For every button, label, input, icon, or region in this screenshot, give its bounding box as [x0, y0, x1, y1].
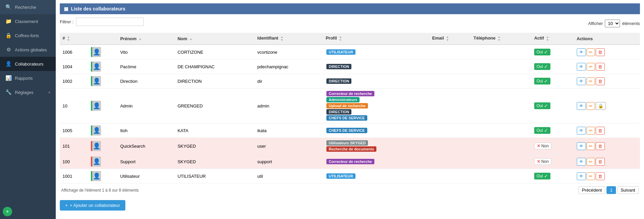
profile-badge: UTILISATEUR — [326, 173, 355, 179]
delete-button[interactable]: 🗑 — [596, 77, 605, 85]
prev-button[interactable]: Précédent — [578, 186, 605, 194]
delete-button[interactable]: 🗑 — [596, 63, 605, 71]
cell-actions: 👁✏🗑 — [574, 74, 640, 89]
pagination-info: Affichage de l'élément 1 à 8 sur 8 éléme… — [61, 188, 139, 193]
cell-identifiant: util — [255, 169, 323, 184]
view-button[interactable]: 👁 — [577, 172, 586, 180]
cell-profil: Correcteur de rechercheAdministrateursUp… — [323, 89, 429, 123]
view-button[interactable]: 👁 — [577, 142, 586, 150]
sidebar-item-classement[interactable]: 📁 Classement — [0, 14, 56, 28]
green-action-button[interactable]: + — [3, 207, 12, 216]
cell-avatar: 👤 — [88, 74, 117, 89]
cell-profil: DIRECTION — [323, 74, 429, 89]
profile-badge: CHEFS DE SERVICE — [326, 128, 367, 133]
cell-nom: UTILISATEUR — [175, 169, 254, 184]
col-profil[interactable]: Profil ▲▼ — [323, 33, 429, 45]
view-button[interactable]: 👁 — [577, 63, 586, 71]
cell-actif: Oui ✓ — [531, 74, 574, 89]
filter-input[interactable] — [76, 18, 144, 26]
edit-button[interactable]: ✏ — [587, 158, 595, 166]
collaborateurs-table: # ▲▼ Prénom ▲ Nom ▲ Identifiant ▲▼ Profi… — [60, 33, 640, 184]
edit-button[interactable]: ✏ — [587, 172, 595, 180]
cell-actif: Oui ✓ — [531, 89, 574, 123]
settings-expand-icon: + — [48, 90, 50, 94]
avatar: 👤 — [91, 47, 101, 57]
cell-actif: ✕ Non — [531, 138, 574, 154]
cell-telephone — [471, 123, 531, 138]
lock-button[interactable]: 🔒 — [596, 102, 606, 110]
pagination-buttons: Précédent 1 Suivant — [578, 186, 639, 194]
cell-id: 1002 — [60, 74, 88, 89]
col-nom[interactable]: Nom ▲ — [175, 33, 254, 45]
cell-profil: DIRECTION — [323, 59, 429, 74]
profile-badge: Correcteur de recherche — [326, 159, 374, 164]
cell-avatar: 👤 — [88, 59, 117, 74]
view-button[interactable]: 👁 — [577, 127, 586, 135]
sidebar-item-reglages[interactable]: 🔧 Réglages + — [0, 85, 56, 99]
profile-badge: Correcteur de recherche — [326, 91, 374, 96]
edit-button[interactable]: ✏ — [587, 102, 595, 110]
cell-actions: 👁✏🔒 — [574, 89, 640, 123]
col-prenom[interactable]: Prénom ▲ — [118, 33, 175, 45]
delete-button[interactable]: 🗑 — [596, 142, 605, 150]
cell-nom: DE CHAMPIGNAC — [175, 59, 254, 74]
edit-button[interactable]: ✏ — [587, 77, 595, 85]
cell-telephone — [471, 59, 531, 74]
table-row: 101👤QuickSearchSKYGEDuserUtilisateurs SK… — [60, 138, 640, 154]
cell-actions: 👁✏🗑 — [574, 123, 640, 138]
col-actif[interactable]: Actif ▲▼ — [531, 33, 574, 45]
cell-nom: CORTIZONE — [175, 45, 254, 59]
pagination-area: Affichage de l'élément 1 à 8 sur 8 éléme… — [60, 184, 640, 197]
afficher-select[interactable]: 10 25 50 — [605, 20, 620, 27]
cell-telephone — [471, 154, 531, 169]
avatar: 👤 — [91, 156, 101, 167]
view-button[interactable]: 👁 — [577, 48, 586, 56]
edit-button[interactable]: ✏ — [587, 48, 595, 56]
cell-prenom: QuickSearch — [118, 138, 175, 154]
table-row: 1001👤UtilisateurUTILISATEURutilUTILISATE… — [60, 169, 640, 184]
sidebar-item-coffres[interactable]: 🔒 Coffres-forts — [0, 28, 56, 43]
view-button[interactable]: 👁 — [577, 102, 586, 110]
add-collaborateur-button[interactable]: + + Ajouter un collaborateur — [60, 200, 125, 211]
edit-button[interactable]: ✏ — [587, 127, 595, 135]
delete-button[interactable]: 🗑 — [596, 172, 605, 180]
profile-badge: DIRECTION — [326, 64, 352, 69]
sidebar-item-collaborateurs[interactable]: 👤 Collaborateurs — [0, 57, 56, 71]
content-area: ▦ Liste des collaborateurs Filtrer : Aff… — [56, 0, 644, 219]
sidebar-item-rapports[interactable]: 📊 Rapports — [0, 71, 56, 85]
next-button[interactable]: Suivant — [617, 186, 639, 194]
profile-badge: UTILISATEUR — [326, 49, 355, 55]
delete-button[interactable]: 🗑 — [596, 127, 605, 135]
actions-icon: ⚙ — [5, 47, 11, 53]
actif-badge: Oui ✓ — [534, 127, 550, 134]
page-1-button[interactable]: 1 — [606, 186, 616, 194]
cell-profil: UTILISATEUR — [323, 45, 429, 59]
panel-title: Liste des collaborateurs — [71, 6, 125, 11]
cell-prenom: Admin — [118, 89, 175, 123]
actif-badge: Oui ✓ — [534, 173, 550, 179]
col-id[interactable]: # ▲▼ — [60, 33, 88, 45]
sidebar-item-actions[interactable]: ⚙ Actions globales — [0, 43, 56, 57]
delete-button[interactable]: 🗑 — [596, 158, 605, 166]
cell-identifiant: ikata — [255, 123, 323, 138]
afficher-label: Afficher — [588, 21, 603, 26]
col-telephone[interactable]: Téléphone ▲▼ — [471, 33, 531, 45]
edit-button[interactable]: ✏ — [587, 142, 595, 150]
edit-button[interactable]: ✏ — [587, 63, 595, 71]
col-email[interactable]: Email ▲▼ — [429, 33, 471, 45]
cell-actions: 👁✏🗑 — [574, 154, 640, 169]
actif-badge: Oui ✓ — [534, 49, 550, 55]
actif-badge: Oui ✓ — [534, 78, 550, 84]
view-button[interactable]: 👁 — [577, 158, 586, 166]
panel-header: ▦ Liste des collaborateurs — [60, 3, 640, 14]
cell-prenom: Support — [118, 154, 175, 169]
table-row: 100👤SupportSKYGEDsupportCorrecteur de re… — [60, 154, 640, 169]
sidebar-item-label: Coffres-forts — [15, 33, 39, 38]
filter-label: Filtrer : — [60, 19, 73, 24]
sidebar-item-recherche[interactable]: 🔍 Recherche — [0, 0, 56, 14]
view-button[interactable]: 👁 — [577, 77, 586, 85]
col-identifiant[interactable]: Identifiant ▲▼ — [255, 33, 323, 45]
cell-actif: Oui ✓ — [531, 45, 574, 59]
cell-nom: GREENGED — [175, 89, 254, 123]
delete-button[interactable]: 🗑 — [596, 48, 605, 56]
